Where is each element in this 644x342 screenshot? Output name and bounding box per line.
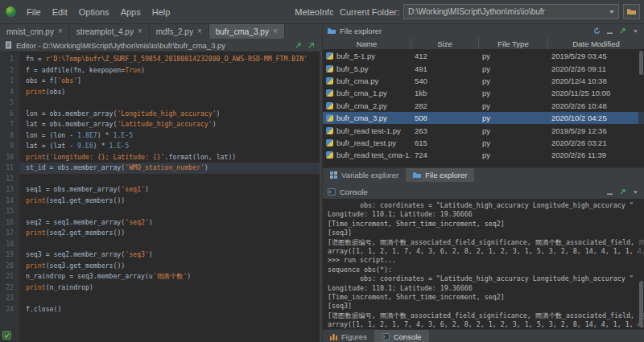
console-line: Longitude: 110.1; Latitude: 19.36666 bbox=[328, 284, 644, 293]
menu-apps[interactable]: Apps bbox=[115, 5, 147, 19]
dropdown-icon[interactable] bbox=[632, 188, 639, 196]
code-line[interactable]: 5 bbox=[0, 97, 320, 109]
editor-tab-streamplot_4-py[interactable]: streamplot_4.py× bbox=[70, 24, 150, 39]
code-line[interactable]: 22print(n_raindrop) bbox=[0, 282, 320, 294]
code-line[interactable]: 16seq2 = seq1.member_array('seq2') bbox=[0, 217, 320, 229]
code-line[interactable]: 23 bbox=[0, 293, 320, 304]
code-text bbox=[19, 174, 320, 185]
code-line[interactable]: 8lon = (lon - 1.8E7) * 1.E-5 bbox=[0, 130, 320, 142]
editor-tab-bar: mnist_cnn.py×streamplot_4.py×mdfs_2.py×b… bbox=[0, 24, 320, 39]
editor-tab-mnist_cnn-py[interactable]: mnist_cnn.py× bbox=[0, 24, 70, 39]
minimize-icon[interactable] bbox=[606, 188, 613, 196]
tab-file-explorer[interactable]: File explorer bbox=[406, 168, 474, 182]
tab-close-icon[interactable]: × bbox=[138, 27, 142, 35]
refresh-icon[interactable] bbox=[593, 27, 601, 35]
line-number: 22 bbox=[0, 282, 19, 294]
tab-close-icon[interactable]: × bbox=[58, 27, 63, 35]
file-date-cell: 2020/2/26 03:21 bbox=[548, 138, 644, 147]
console-line: array([1, 1, 2, 1, 7, 4, 3, 6, 2, 8, 2, … bbox=[328, 247, 644, 256]
code-text: obs = f['obs'] bbox=[19, 76, 320, 87]
code-line[interactable]: 12 bbox=[0, 174, 320, 185]
code-line[interactable]: 14print(seq1.get_members()) bbox=[0, 196, 320, 207]
code-line[interactable]: 19seq3 = seq2.member_array('seq3') bbox=[0, 249, 320, 261]
code-line[interactable]: 3obs = f['obs'] bbox=[0, 76, 320, 87]
detach-icon[interactable] bbox=[295, 42, 302, 49]
table-row[interactable]: bufr_5.py491py2020/2/26 09:11 bbox=[323, 62, 644, 74]
file-size-cell: 540 bbox=[411, 76, 479, 85]
code-line[interactable]: 18 bbox=[0, 239, 320, 250]
menu-help[interactable]: Help bbox=[147, 5, 176, 19]
tab-variable-explorer[interactable]: Variable explorer bbox=[323, 168, 406, 182]
browse-folder-button[interactable] bbox=[623, 4, 640, 19]
file-size-cell: 1kb bbox=[411, 89, 479, 97]
current-folder-bar: Current Folder: D:\Working\MIScript\Jyth… bbox=[333, 4, 640, 19]
code-line[interactable]: 20print(seq3.get_members()) bbox=[0, 261, 320, 272]
code-line[interactable]: 6lon = obs.member_array('Longitude_high_… bbox=[0, 109, 320, 120]
code-line[interactable]: 21n_raindrop = seq3.member_array(u'雨滴个数'… bbox=[0, 271, 320, 282]
current-folder-combobox[interactable]: D:\Working\MIScript\Jython\mis\io\bufr bbox=[403, 4, 619, 19]
table-row[interactable]: bufr_cma_3.py508py2020/10/2 04:25 bbox=[323, 112, 644, 124]
editor-tab-bufr_cma_3-py[interactable]: bufr_cma_3.py× bbox=[209, 24, 285, 39]
console-line: [seq3] bbox=[328, 229, 644, 237]
folder-icon bbox=[328, 27, 336, 35]
column-header-name[interactable]: Name bbox=[323, 38, 411, 49]
line-number: 20 bbox=[0, 261, 19, 272]
file-size-cell: 263 bbox=[411, 126, 479, 135]
column-header-date-modified[interactable]: Date Modified bbox=[548, 38, 644, 49]
column-header-file-type[interactable]: File Type bbox=[479, 38, 548, 49]
table-row[interactable]: bufr_cma_2.py282py2020/2/26 10:48 bbox=[323, 100, 644, 112]
file-name-cell: bufr_5-1.py bbox=[323, 52, 411, 60]
code-line[interactable]: 13seq1 = obs.member_array('seq1') bbox=[0, 184, 320, 196]
code-line[interactable]: 4print(obs) bbox=[0, 87, 320, 98]
line-number: 7 bbox=[0, 119, 19, 130]
code-line[interactable]: 10print('Longitude: {}; Latitude: {}'.fo… bbox=[0, 152, 320, 163]
table-row[interactable]: bufr_cma_1.py1kbpy2020/11/25 10:00 bbox=[323, 87, 644, 99]
menu-edit[interactable]: Edit bbox=[47, 5, 73, 19]
console-line: [谱图数据编号, 雨滴个数_associated_field_significa… bbox=[328, 311, 644, 320]
code-line[interactable]: 1fn = r'D:\Temp\bufr\Z_SURF_I_59854_2018… bbox=[0, 54, 320, 65]
menu-file[interactable]: File bbox=[21, 5, 47, 19]
code-line[interactable]: 2f = addfile(fn, keepopen=True) bbox=[0, 65, 320, 76]
code-text bbox=[19, 206, 320, 217]
code-text: lat = (lat - 9.E6) * 1.E-5 bbox=[19, 141, 320, 152]
file-size-cell: 508 bbox=[411, 113, 479, 122]
editor-icon bbox=[5, 41, 12, 49]
python-file-icon bbox=[326, 102, 333, 109]
code-line[interactable]: 9lat = (lat - 9.E6) * 1.E-5 bbox=[0, 141, 320, 152]
menu-options[interactable]: Options bbox=[73, 5, 115, 19]
detach-icon[interactable] bbox=[619, 188, 626, 196]
console-scrollbar[interactable] bbox=[638, 199, 644, 329]
table-row[interactable]: bufr_read test-1.py263py2019/5/29 12:36 bbox=[323, 124, 644, 136]
dock-restore-icon[interactable] bbox=[2, 331, 11, 340]
code-line[interactable]: 11st_id = obs.member_array('WMO_station_… bbox=[0, 163, 320, 174]
tab-close-icon[interactable]: × bbox=[273, 27, 278, 35]
code-line[interactable]: 17print(seq2.get_members()) bbox=[0, 228, 320, 239]
file-table-header: NameSizeFile TypeDate Modified bbox=[323, 38, 644, 50]
console-output[interactable]: obs: coordinates = "Latitude_high_accura… bbox=[323, 199, 644, 329]
maximize-icon[interactable] bbox=[308, 42, 315, 49]
file-type-cell: py bbox=[479, 126, 548, 135]
table-row[interactable]: bufr_cma.py540py2020/12/4 10:38 bbox=[323, 75, 644, 87]
code-editor[interactable]: 1fn = r'D:\Temp\bufr\Z_SURF_I_59854_2018… bbox=[0, 52, 320, 342]
minimize-icon[interactable] bbox=[606, 27, 613, 35]
code-line[interactable]: 24f.close() bbox=[0, 304, 320, 315]
code-line[interactable]: 7lat = obs.member_array('Latitude_high_a… bbox=[0, 119, 320, 130]
detach-icon[interactable] bbox=[619, 27, 626, 35]
tab-close-icon[interactable]: × bbox=[197, 27, 202, 35]
table-row[interactable]: bufr_5-1.py412py2019/5/29 03:45 bbox=[323, 50, 644, 62]
file-size-cell: 615 bbox=[411, 138, 479, 147]
python-file-icon bbox=[326, 77, 333, 84]
tab-figures[interactable]: Figures bbox=[323, 330, 374, 342]
editor-tab-mdfs_2-py[interactable]: mdfs_2.py× bbox=[150, 24, 209, 39]
dropdown-icon[interactable] bbox=[632, 27, 639, 35]
table-row[interactable]: bufr_read test_cma-1.py724py2020/2/26 11… bbox=[323, 149, 644, 161]
tab-console[interactable]: Console bbox=[374, 330, 429, 342]
console-line: [seq3] bbox=[328, 302, 644, 311]
code-text: print(seq1.get_members()) bbox=[19, 196, 320, 207]
file-name: bufr_read test_cma-1.py bbox=[336, 150, 411, 159]
table-row[interactable]: bufr_read_test.py615py2020/2/26 03:21 bbox=[323, 137, 644, 149]
column-header-size[interactable]: Size bbox=[411, 38, 479, 49]
file-date-cell: 2020/2/26 09:11 bbox=[548, 64, 644, 73]
code-line[interactable]: 15 bbox=[0, 206, 320, 217]
file-explorer-scrollbar[interactable] bbox=[638, 50, 644, 167]
